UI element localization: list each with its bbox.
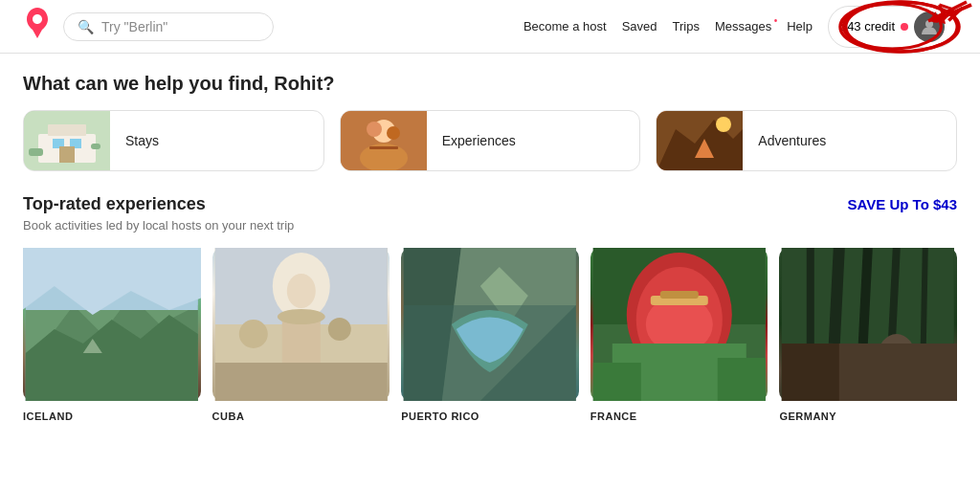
svg-point-24 [716,117,731,132]
experience-card-iceland[interactable]: ICELAND [23,248,201,424]
cuba-image [212,248,390,401]
experiences-label: Experiences [427,133,531,148]
puertorico-image [401,248,579,401]
svg-rect-15 [29,148,43,156]
adventures-image [657,110,743,171]
save-badge[interactable]: SAVE Up To $43 [848,196,957,212]
experience-card-france[interactable]: FRANCE [590,248,768,424]
france-label: FRANCE [590,410,637,422]
category-card-experiences[interactable]: Experiences [340,110,641,171]
svg-rect-11 [48,124,86,136]
become-host-link[interactable]: Become a host [523,19,607,33]
user-avatar[interactable] [914,11,945,42]
svg-point-21 [387,126,400,140]
svg-rect-14 [59,146,75,163]
svg-point-0 [925,20,933,28]
svg-point-20 [367,122,382,137]
experience-card-puertorico[interactable]: PUERTO RICO [401,248,579,424]
trips-link[interactable]: Trips [673,19,700,33]
section-title: Top-rated experiences [23,194,206,214]
credit-notification-dot [901,23,908,31]
help-link[interactable]: Help [787,19,813,33]
category-row: Stays Experiences [23,110,957,171]
iceland-image [23,248,201,401]
puertorico-label: PUERTO RICO [401,410,479,422]
svg-point-36 [327,318,350,341]
stays-image [24,110,110,171]
svg-rect-59 [782,344,839,401]
greeting-text: What can we help you find, Rohit? [23,73,957,95]
svg-rect-16 [91,144,100,149]
svg-rect-48 [718,358,766,401]
cuba-label: CUBA [212,410,245,422]
svg-line-52 [835,248,839,344]
svg-rect-46 [660,291,699,299]
messages-link[interactable]: Messages [715,19,771,33]
germany-image [779,248,957,401]
category-card-stays[interactable]: Stays [23,110,324,171]
category-card-adventures[interactable]: Adventures [656,110,957,171]
section-subtitle: Book activities led by local hosts on yo… [23,218,957,233]
adventures-label: Adventures [743,133,841,148]
search-bar[interactable]: 🔍 Try "Berlin" [63,12,274,41]
svg-rect-34 [214,363,387,401]
svg-rect-47 [593,363,641,401]
experience-card-cuba[interactable]: CUBA [212,248,390,424]
stays-label: Stays [110,133,174,148]
svg-rect-22 [369,146,398,149]
header-left: 🔍 Try "Berlin" [23,8,274,45]
credit-button[interactable]: $43 credit [828,6,957,48]
germany-label: GERMANY [779,410,836,422]
search-icon: 🔍 [78,19,94,34]
experiences-image [341,110,427,171]
header-nav: Become a host Saved Trips Messages Help … [523,6,957,48]
svg-rect-58 [830,344,957,401]
main-content: What can we help you find, Rohit? Stays [0,54,980,424]
svg-line-53 [863,248,868,344]
svg-point-33 [277,309,324,324]
experience-row: ICELAND CUBA [23,248,957,424]
france-image [590,248,768,401]
experiences-section-header: Top-rated experiences SAVE Up To $43 [23,194,957,214]
header: 🔍 Try "Berlin" Become a host Saved Trips… [0,0,980,54]
svg-point-35 [238,320,267,348]
saved-link[interactable]: Saved [622,19,657,33]
search-input-text: Try "Berlin" [101,19,167,34]
credit-label: $43 credit [840,19,895,33]
svg-line-55 [924,248,925,344]
experience-card-germany[interactable]: GERMANY [779,248,957,424]
iceland-label: ICELAND [23,410,73,422]
svg-line-54 [892,248,897,344]
svg-point-31 [286,274,315,308]
airbnb-logo[interactable] [23,8,52,45]
